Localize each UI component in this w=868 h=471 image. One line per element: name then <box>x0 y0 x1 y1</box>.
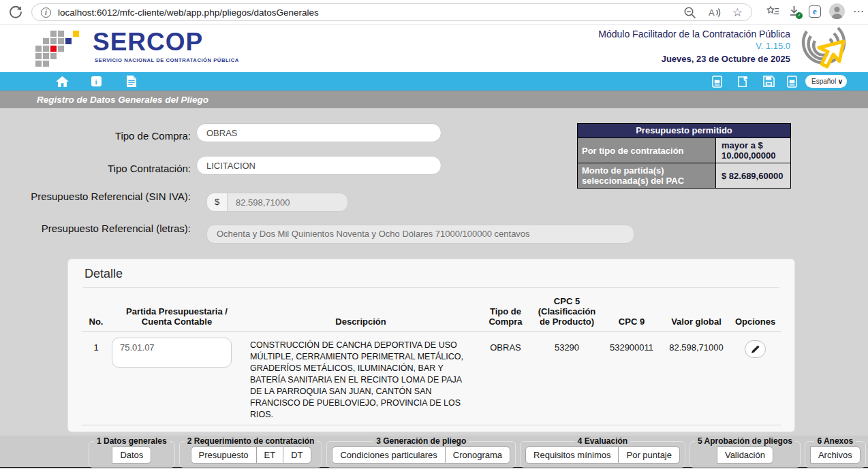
chevron-down-icon: ∨ <box>838 78 843 85</box>
wizard-group-anexos: 6 Anexos Archivos <box>805 436 866 468</box>
cpc5-cell: 53290 <box>533 338 601 421</box>
download-complete-badge: ✓ <box>796 12 803 19</box>
browser-bar: i localhost:6012/mfc-cliente/web/app.php… <box>0 0 868 25</box>
row-label: Por tipo de contratación <box>578 138 716 163</box>
col-no: No. <box>82 316 110 327</box>
presupuesto-letras-value: Ochenta y Dos Mil Quinientos Noventa y O… <box>206 225 634 244</box>
group-legend: 4 Evaluación <box>575 436 630 446</box>
detalle-table-footer: Presupuesto Referencial 82.598,71000 <box>82 425 781 432</box>
read-aloud-icon[interactable]: A <box>708 6 721 19</box>
save-icon[interactable] <box>762 75 775 88</box>
wizard-button-validacion[interactable]: Validación <box>717 446 773 464</box>
presupuesto-sin-iva-label: Presupuesto Referencial (SIN IVA): <box>27 191 191 203</box>
language-select[interactable]: Español ∨ <box>805 75 847 88</box>
home-icon[interactable] <box>55 75 69 88</box>
presupuesto-permitido-title: Presupuesto permitido <box>578 124 790 137</box>
tipo-compra-cell: OBRAS <box>478 338 533 421</box>
profile-avatar[interactable] <box>829 3 845 19</box>
refresh-icon[interactable] <box>8 5 23 20</box>
export-pdf-icon[interactable] <box>710 75 724 88</box>
page-title-bar: Registro de Datos Generales del Pliego <box>0 91 868 108</box>
wizard-button-presupuesto[interactable]: Presupuesto <box>191 446 257 464</box>
wizard-group-generacion-pliego: 3 Generación de pliego Condiciones parti… <box>326 436 516 468</box>
row-label: Monto de partida(s) seleccionada(s) del … <box>578 163 716 188</box>
wizard-button-condiciones-particulares[interactable]: Condiciones particulares <box>332 446 445 464</box>
current-date: Jueves, 23 de Octubre de 2025 <box>598 54 790 64</box>
info-icon[interactable]: i <box>89 75 103 88</box>
app-root: { "colors": { "accent_blue": "#36b3e3", … <box>0 0 868 471</box>
tipo-compra-label: Tipo de Compra: <box>27 127 191 146</box>
partida-cell: 75.01.07 <box>110 338 243 421</box>
row-value: $ 82.689,60000 <box>716 163 790 188</box>
currency-symbol: $ <box>207 193 228 211</box>
partida-input[interactable]: 75.01.07 <box>112 338 232 368</box>
app-header: SERCOP SERVICIO NACIONAL DE CONTRATACIÓN… <box>0 25 868 72</box>
wizard-button-et[interactable]: ET <box>256 446 284 464</box>
wizard-button-por-puntaje[interactable]: Por puntaje <box>618 446 680 464</box>
tipo-compra-input[interactable] <box>196 123 441 142</box>
presupuesto-permitido-table: Presupuesto permitido Por tipo de contra… <box>577 123 791 189</box>
main-toolbar: i Español ∨ <box>0 72 868 91</box>
module-title: Módulo Facilitador de la Contratación Pú… <box>598 29 790 39</box>
descripcion-cell: CONSTRUCCIÓN DE CANCHA DEPORTIVA DE USO … <box>243 338 478 421</box>
url-bar[interactable]: i localhost:6012/mfc-cliente/web/app.php… <box>31 3 752 21</box>
group-legend: 2 Requerimiento de contratación <box>185 436 317 446</box>
header-meta: Módulo Facilitador de la Contratación Pú… <box>598 29 790 64</box>
favorites-bar-icon[interactable] <box>766 5 779 18</box>
wizard-group-evaluacion: 4 Evaluación Requisitos mínimos Por punt… <box>520 436 685 468</box>
app-version: V. 1.15.0 <box>598 41 790 51</box>
sercop-logo-mosaic <box>35 31 84 70</box>
wizard-button-datos[interactable]: Datos <box>112 446 151 464</box>
row-value: mayor a $ 10.000,00000 <box>716 138 790 163</box>
group-legend: 6 Anexos <box>814 436 856 446</box>
brand-subtitle: SERVICIO NACIONAL DE CONTRATACIÓN PÚBLIC… <box>95 57 239 63</box>
col-tipo-compra: Tipo de Compra <box>478 306 533 327</box>
detalle-title: Detalle <box>68 259 794 287</box>
wizard-nav: 1 Datos generales Datos 2 Requerimiento … <box>0 436 868 468</box>
page-title: Registro de Datos Generales del Pliego <box>37 95 208 105</box>
col-cpc9: CPC 9 <box>601 316 662 327</box>
url-text[interactable]: localhost:6012/mfc-cliente/web/app.php/p… <box>58 7 319 18</box>
table-row: Monto de partida(s) seleccionada(s) del … <box>578 163 790 188</box>
document-icon[interactable] <box>125 75 138 88</box>
ie-mode-icon[interactable]: e <box>809 5 821 18</box>
site-info-icon[interactable]: i <box>41 7 51 18</box>
favorite-star-icon[interactable]: ☆ <box>732 6 743 19</box>
wizard-button-cronograma[interactable]: Cronograma <box>445 446 510 464</box>
wizard-button-dt[interactable]: DT <box>283 446 311 464</box>
wizard-button-archivos[interactable]: Archivos <box>810 446 861 464</box>
valor-global-cell: 82.598,71000 <box>662 338 730 421</box>
tipo-contratacion-input[interactable] <box>196 156 441 175</box>
col-cpc5: CPC 5 (Clasificación de Producto) <box>533 296 601 327</box>
col-descripcion: Descripción <box>243 316 478 327</box>
presupuesto-sin-iva-value: 82.598,71000 <box>228 197 290 208</box>
detalle-table-header: No. Partida Presupuestaria / Cuenta Cont… <box>82 288 781 332</box>
col-opciones: Opciones <box>730 316 780 327</box>
svg-text:A: A <box>709 7 715 18</box>
wizard-group-datos-generales: 1 Datos generales Datos <box>89 436 175 468</box>
wizard-group-aprobacion: 5 Aprobación de pliegos Validación <box>689 436 801 468</box>
browser-actions: ✓ e ⋯ <box>766 3 865 19</box>
language-value: Español <box>811 78 836 85</box>
table-row: Por tipo de contratación mayor a $ 10.00… <box>578 137 790 163</box>
col-partida: Partida Presupuestaria / Cuenta Contable <box>110 306 243 327</box>
col-valor-global: Valor global <box>662 316 730 327</box>
download-pdf-icon[interactable] <box>785 75 799 88</box>
more-menu-icon[interactable]: ⋯ <box>853 5 865 18</box>
new-document-icon[interactable] <box>736 75 749 88</box>
zoom-out-icon[interactable] <box>683 6 696 19</box>
mfc-arcs-logo <box>796 26 849 74</box>
presupuesto-letras-label: Presupuesto Referencial (letras): <box>27 223 191 235</box>
edit-row-button[interactable] <box>745 340 766 358</box>
url-bar-actions: A ☆ <box>683 6 751 19</box>
row-no: 1 <box>82 338 110 421</box>
pencil-icon <box>751 345 760 354</box>
group-legend: 1 Datos generales <box>94 436 170 446</box>
group-legend: 3 Generación de pliego <box>373 436 469 446</box>
wizard-button-requisitos-minimos[interactable]: Requisitos mínimos <box>525 446 619 464</box>
brand-name: SERCOP <box>93 28 203 56</box>
downloads-icon[interactable]: ✓ <box>788 5 801 18</box>
presupuesto-sin-iva-field: $ 82.598,71000 <box>206 193 348 212</box>
tipo-contratacion-label: Tipo Contratación: <box>27 159 191 178</box>
group-legend: 5 Aprobación de pliegos <box>695 436 795 446</box>
